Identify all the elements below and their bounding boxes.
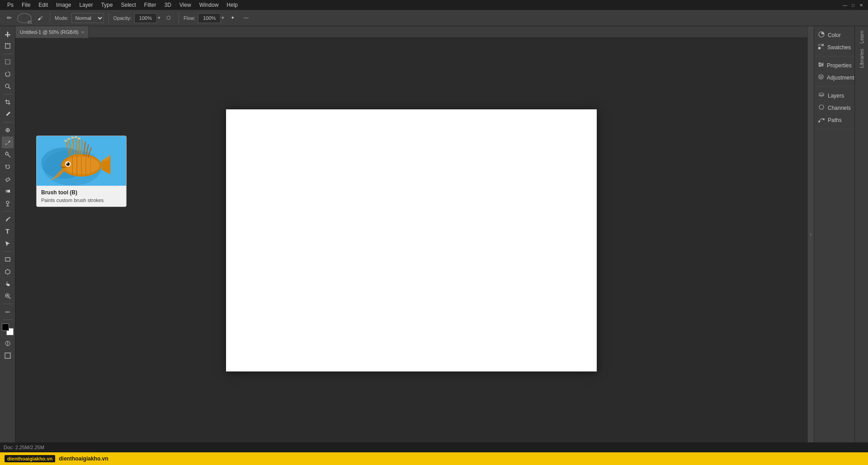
screen-mode[interactable] (2, 350, 14, 362)
swatches-icon (818, 43, 825, 51)
zoom-tool[interactable] (2, 290, 14, 302)
mode-select[interactable]: Normal Dissolve Multiply (71, 13, 104, 23)
opacity-pressure-icon[interactable]: ⬡ (163, 13, 174, 23)
close-button[interactable]: ✕ (858, 2, 864, 8)
healing-brush-tool[interactable] (2, 124, 14, 136)
minimize-button[interactable]: — (842, 2, 848, 8)
brush-tooltip: Brush tool (B) Paints custom brush strok… (36, 136, 127, 207)
window-controls: — □ ✕ (842, 2, 864, 8)
menu-3d[interactable]: 3D (160, 1, 175, 9)
maximize-button[interactable]: □ (850, 2, 856, 8)
channels-panel-item[interactable]: Channels (814, 102, 854, 114)
menu-window[interactable]: Window (196, 1, 222, 9)
svg-line-26 (9, 297, 10, 299)
brush-tool-icon[interactable]: ✏ (4, 13, 14, 23)
menu-layer[interactable]: Layer (75, 1, 96, 9)
rectangular-marquee-tool[interactable] (2, 56, 14, 68)
pen-tool[interactable] (2, 213, 14, 225)
airbrush-icon[interactable]: ✦ (227, 13, 238, 23)
svg-point-55 (78, 138, 80, 140)
menu-filter[interactable]: Filter (141, 1, 160, 9)
move-tool[interactable] (2, 28, 14, 40)
libraries-panel-button[interactable]: Libraries (858, 47, 865, 70)
tooltip-description: Paints custom brush strokes (41, 197, 122, 203)
lasso-tool[interactable] (2, 68, 14, 80)
gradient-tool[interactable] (2, 185, 14, 197)
path-selection-tool[interactable] (2, 238, 14, 249)
menu-select[interactable]: Select (117, 1, 139, 9)
artboard-tool[interactable] (2, 40, 14, 52)
tool-sep-7 (3, 319, 12, 320)
opacity-value-group: ▾ (134, 13, 160, 23)
history-brush-tool[interactable] (2, 161, 14, 173)
brush-type-icon[interactable]: 🖌 (34, 13, 45, 23)
menu-bar: Ps File Edit Image Layer Type Select Fil… (0, 0, 868, 10)
menu-edit[interactable]: Edit (35, 1, 52, 9)
layers-icon (818, 92, 825, 99)
layers-panel-item[interactable]: Layers (814, 89, 854, 102)
svg-point-70 (822, 64, 823, 66)
tool-sep-5 (3, 251, 12, 252)
crop-tool[interactable] (2, 96, 14, 108)
tool-sep-1 (3, 54, 12, 54)
smoothing-icon[interactable]: 〰 (241, 13, 251, 23)
dodge-tool[interactable] (2, 197, 14, 209)
rectangle-tool[interactable] (2, 254, 14, 265)
panel-collapse-handle[interactable]: › (807, 26, 814, 442)
svg-rect-1 (5, 44, 10, 48)
adjustments-panel-item[interactable]: Adjustments (814, 71, 854, 84)
menu-ps[interactable]: Ps (4, 1, 17, 9)
paths-panel-item[interactable]: Paths (814, 114, 854, 126)
opacity-input[interactable] (134, 13, 157, 23)
properties-panel-item[interactable]: Properties (814, 59, 854, 71)
clone-stamp-tool[interactable] (2, 149, 14, 160)
flow-input[interactable] (198, 13, 221, 23)
right-panel: Color Swatches Properties Adjust (814, 26, 854, 442)
menu-type[interactable]: Type (97, 1, 116, 9)
learn-panel-button[interactable]: Learn (858, 29, 865, 45)
eraser-tool[interactable] (2, 173, 14, 185)
color-chips[interactable] (2, 324, 14, 335)
tooltip-text-area: Brush tool (B) Paints custom brush strok… (37, 186, 126, 207)
menu-view[interactable]: View (176, 1, 195, 9)
swatches-panel-item[interactable]: Swatches (814, 41, 854, 53)
svg-point-72 (819, 75, 823, 79)
layers-label: Layers (828, 93, 844, 99)
svg-point-71 (820, 66, 821, 67)
properties-label: Properties (827, 62, 852, 69)
svg-point-76 (819, 105, 824, 109)
paths-icon (818, 116, 825, 124)
svg-point-54 (75, 136, 77, 138)
opacity-dropdown-icon[interactable]: ▾ (158, 15, 160, 21)
document-tab[interactable]: Untitled-1 @ 50% (RGB/8) × (15, 26, 89, 38)
svg-point-77 (819, 121, 820, 122)
panel-section-properties: Properties Adjustments (814, 56, 854, 87)
3d-tool[interactable] (2, 266, 14, 277)
quick-mask-tool[interactable] (2, 338, 14, 349)
tool-sep-4 (3, 211, 12, 211)
menu-image[interactable]: Image (52, 1, 75, 9)
canvas-scroll-area[interactable]: Brush tool (B) Paints custom brush strok… (15, 38, 807, 442)
panel-section-layers: Layers Channels Paths (814, 87, 854, 129)
foreground-color[interactable] (2, 324, 9, 331)
color-panel-item[interactable]: Color (814, 29, 854, 41)
svg-marker-75 (819, 95, 824, 97)
mode-label: Mode: (55, 15, 69, 21)
menu-help[interactable]: Help (223, 1, 241, 9)
options-toolbar: ✏ 21 🖌 Mode: Normal Dissolve Multiply Op… (0, 10, 868, 26)
tab-close-button[interactable]: × (81, 29, 84, 35)
text-tool[interactable]: T (2, 225, 14, 237)
channels-icon (818, 104, 825, 112)
svg-rect-5 (5, 60, 10, 64)
flow-dropdown-icon[interactable]: ▾ (222, 15, 224, 21)
brush-tool[interactable] (2, 136, 14, 148)
brush-preset-icon[interactable]: 21 (17, 13, 32, 23)
menu-file[interactable]: File (18, 1, 34, 9)
quick-select-tool[interactable] (2, 80, 14, 92)
properties-icon (818, 61, 824, 69)
separator-2 (108, 13, 109, 23)
hand-tool[interactable] (2, 278, 14, 290)
more-tools[interactable]: ••• (2, 306, 14, 318)
eyedropper-tool[interactable] (2, 108, 14, 120)
svg-rect-63 (821, 44, 824, 46)
